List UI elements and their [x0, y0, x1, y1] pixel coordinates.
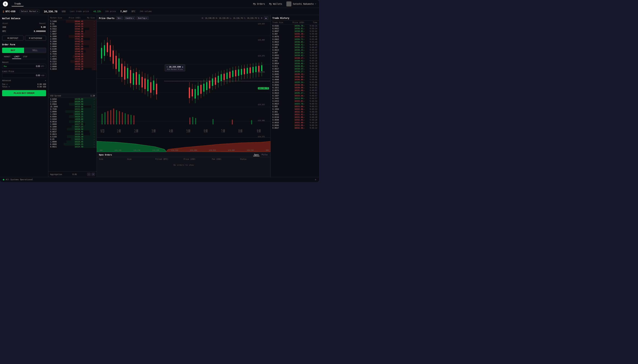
amount-input[interactable]	[9, 65, 40, 68]
ob-buy-row[interactable]: 0.1000 10327.25 -	[48, 126, 97, 128]
ob-sell-row[interactable]: 1.0087 10344.00 -	[48, 30, 97, 32]
agg-decrease-button[interactable]: −	[87, 173, 91, 176]
th-row[interactable]: 0.0047 10338.05↗ 9:50:02	[271, 30, 319, 32]
ob-buy-row[interactable]: 1.0000 10325.45 -	[48, 140, 97, 143]
limit-price-input-row[interactable]: USD	[2, 73, 46, 78]
nav-my-orders[interactable]: My Orders	[253, 3, 265, 5]
ob-buy-row[interactable]: 0.7599 10332.90 -	[48, 108, 97, 110]
select-market-button[interactable]: Select Market ▾	[20, 10, 40, 13]
depth-chart[interactable]: -300 $10,180 $10,230 $10,280 $10,330 $10…	[97, 138, 270, 152]
ob-sell-row[interactable]: 0.1000 10342.65 -	[48, 40, 97, 43]
th-row[interactable]: 0.0952 10336.81↗ 9:50:14	[271, 27, 319, 30]
ob-sell-row[interactable]: 1.4371 10340.00 -	[48, 55, 97, 58]
market-order-tab[interactable]: MARKET	[2, 55, 12, 59]
ob-buy-row[interactable]: 1.0222 10326.50 -	[48, 128, 97, 130]
th-row[interactable]: 0.005 10333.00↗ 9:48:53	[271, 105, 319, 108]
withdraw-button[interactable]: ⊖ WITHDRAW	[25, 36, 46, 40]
th-row[interactable]: 0.007 10335.29↗ 9:49:49	[271, 32, 319, 35]
agg-increase-button[interactable]: +	[92, 173, 95, 176]
user-area[interactable]: Satoshi Nakamoto ▾	[286, 2, 316, 6]
app-logo[interactable]: C	[3, 2, 8, 6]
th-row[interactable]: 0.0023 10338.33↗ 9:49:42	[271, 49, 319, 52]
th-row[interactable]: 0.0045 10339.33↗ 9:49:13	[271, 73, 319, 76]
th-row[interactable]: 0.0023 10338.05↗ 9:49:48	[271, 41, 319, 43]
ob-sell-row[interactable]: 5.6010 10336.30 -	[48, 68, 97, 70]
ob-buy-row[interactable]: 0.0999 10329.25 -	[48, 115, 97, 118]
oo-open-tab[interactable]: Open	[253, 154, 260, 156]
th-row[interactable]: 0.001 10338.42↗ 9:49:26	[271, 60, 319, 62]
nav-tab-trade[interactable]: Trade	[12, 2, 24, 6]
limit-price-input[interactable]	[4, 74, 40, 77]
th-row[interactable]: 0.0234 10331.00↗ 9:48:28	[271, 116, 319, 118]
th-row[interactable]: 0.0353 10333.01↗ 9:48:54	[271, 100, 319, 102]
ob-sell-row[interactable]: 0.1321 10337.35 -	[48, 60, 97, 63]
ob-sell-row[interactable]: 3.1400 10344.45 -	[48, 20, 97, 22]
th-row[interactable]: 0.1821 10338.98↗ 9:49:02	[271, 86, 319, 89]
ob-buy-row[interactable]: 1.2904 10329.35 -	[48, 113, 97, 115]
oo-fills-tab[interactable]: Fills	[261, 154, 268, 156]
th-row[interactable]: 0.007 10338.66↗ 9:49:37	[271, 52, 319, 54]
th-row[interactable]: 0.0046 10332.95↗ 9:48:24	[271, 124, 319, 127]
ob-buy-row[interactable]: 2.5100 10334.95 -	[48, 100, 97, 103]
th-row[interactable]: 0.3442 10333.84↗ 9:48:57	[271, 97, 319, 100]
ob-sell-row[interactable]: 3.0000 10339.25 -	[48, 58, 97, 60]
th-row[interactable]: 0.0024 10335.57↗ 9:49:01	[271, 92, 319, 94]
overlay-selector[interactable]: Overlay ▾	[136, 16, 149, 20]
ob-sell-row[interactable]: 0.7599 10340.35 -	[48, 53, 97, 55]
th-row[interactable]: 0.0027 10338.63↗ 9:49:20	[271, 68, 319, 70]
ob-buy-row[interactable]: 25.3000 10333.00 -	[48, 105, 97, 108]
th-row[interactable]: 0.0046 10339.27↗ 9:49:19	[271, 70, 319, 73]
ob-buy-row[interactable]: 4.0450 10335.05 -	[48, 98, 97, 100]
th-row[interactable]: 0.1667 10333.60↗ 9:48:57	[271, 94, 319, 97]
candle-chart-area[interactable]: $10,425 $10,400 $10,375 $10,350 $10,336.…	[97, 22, 270, 138]
th-row[interactable]: 0.2968 10336.80↗ 9:49:06	[271, 76, 319, 78]
ob-sell-row[interactable]: 0.01 10344.40 -	[48, 22, 97, 25]
ob-buy-row[interactable]: 0.0021 10324.50 -	[48, 146, 97, 148]
ob-buy-row[interactable]: 3.0268 10329.00 -	[48, 118, 97, 120]
ob-buy-row[interactable]: 0.6168 10326.30 -	[48, 136, 97, 138]
ob-buy-row[interactable]: 0.0037 10326.45 -	[48, 130, 97, 133]
deposit-button[interactable]: ⊕ DEPOSIT	[2, 36, 24, 40]
max-link[interactable]: Max	[4, 66, 7, 67]
th-row[interactable]: 0.0093 10338.27↗ 9:49:28	[271, 57, 319, 60]
ob-sell-row[interactable]: 1.0000 10340.65 -	[48, 50, 97, 53]
th-row[interactable]: 0.0093 10338.42↗ 9:49:35	[271, 54, 319, 57]
th-row[interactable]: 0.0463 10338.42↗ 9:49:48	[271, 43, 319, 46]
ob-sell-row[interactable]: 3.0000 10336.35 -	[48, 65, 97, 68]
ob-sell-row[interactable]: 0.2999 10344.35 -	[48, 25, 97, 28]
ob-sell-row[interactable]: 0.6100 10341.80 -	[48, 48, 97, 50]
ob-sell-row[interactable]: 0.1000 10342.90 -	[48, 35, 97, 38]
ob-buy-row[interactable]: 0.0984 10333.50 -	[48, 103, 97, 105]
th-row[interactable]: 0.0046 10338.98↗ 9:49:06	[271, 84, 319, 86]
settings-icon[interactable]: ⚙	[315, 178, 316, 181]
ob-buy-row[interactable]: 3.0000 10331.00 -	[48, 110, 97, 113]
amount-input-row[interactable]: Max BTC	[2, 64, 46, 68]
ob-sell-row[interactable]: 2.0000 10341.95 -	[48, 45, 97, 48]
th-row[interactable]: 0.2933 10339.54↗ 9:49:06	[271, 81, 319, 84]
th-row[interactable]: 0.011 10338.05↗ 9:49:20	[271, 65, 319, 68]
chart-type-selector[interactable]: Candle ▾	[124, 16, 135, 20]
th-row[interactable]: 0.0076 10335.13↗ 9:49:48	[271, 35, 319, 38]
ob-buy-row[interactable]: 0.05 10325.75 -	[48, 138, 97, 140]
ob-sell-row[interactable]: 0.5922 10344.30 -	[48, 28, 97, 30]
th-row[interactable]: 0.0023 10333.78↗ 9:48:53	[271, 102, 319, 105]
ob-buy-row[interactable]: 1.0000 10327.95 -	[48, 123, 97, 126]
th-row[interactable]: 0.0048 10332.95↗ 9:48:28	[271, 118, 319, 121]
nav-my-wallets[interactable]: My Wallets	[269, 3, 282, 5]
th-row[interactable]: 0.0027 10332.95↗ 9:48:22	[271, 127, 319, 129]
th-row[interactable]: 0.0054 10338.46↗ 9:49:20	[271, 62, 319, 65]
th-row[interactable]: 0.0076 10335.00↗ 9:49:02	[271, 89, 319, 92]
th-row[interactable]: 0.0463 10336.71↗ 9:49:48	[271, 38, 319, 41]
limit-order-tab[interactable]: LIMIT	[12, 55, 21, 59]
ob-buy-row[interactable]: 0.0023 10326.40 -	[48, 133, 97, 136]
chart-expand-button[interactable]: ▶	[264, 16, 268, 20]
advanced-toggle[interactable]: Advanced ▾	[2, 80, 46, 82]
th-row[interactable]: 0.1094 10332.96↗ 9:48:53	[271, 108, 319, 110]
ob-sell-row[interactable]: 1.0047 10343.75 -	[48, 32, 97, 35]
th-row[interactable]: 0.001 10332.95↗ 9:48:50	[271, 110, 319, 113]
place-order-button[interactable]: PLACE BUY ORDER	[2, 90, 46, 96]
th-row[interactable]: 0.0083 10331.02↗ 9:48:43	[271, 113, 319, 116]
th-row[interactable]: 0.4000 10336.80↗ 9:49:06	[271, 78, 319, 81]
ob-sell-row[interactable]: 2.4140 10336.55 -	[48, 63, 97, 65]
th-row[interactable]: 0.0102 10336.78↗ 9:50:15	[271, 24, 319, 27]
